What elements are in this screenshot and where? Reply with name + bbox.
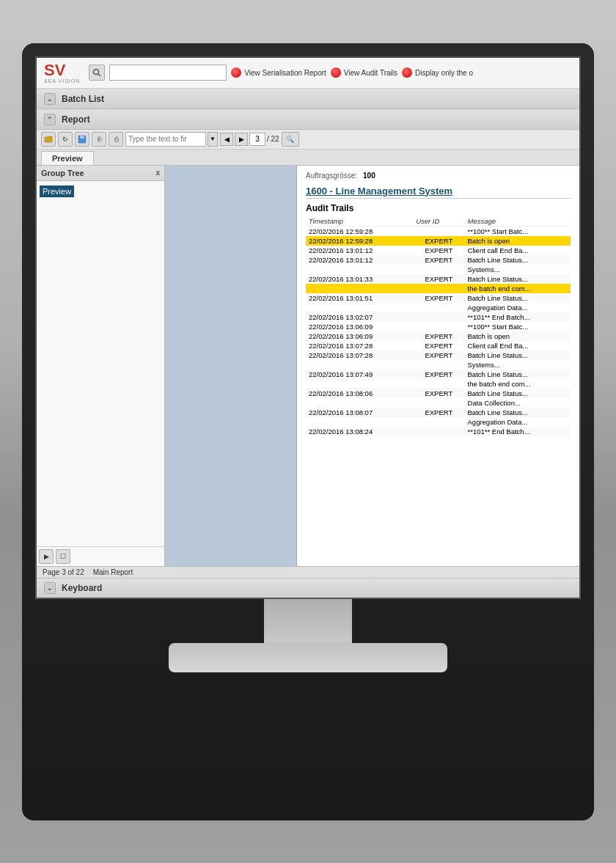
- tab-preview[interactable]: Preview: [41, 151, 94, 165]
- table-row: the batch end com...: [306, 379, 571, 389]
- view-audit-trails-label: View Audit Trails: [344, 69, 397, 77]
- group-tree-footer: ▶ ☐: [37, 546, 164, 566]
- table-row: 22/02/2016 12:59:28EXPERTBatch is open: [306, 236, 571, 246]
- page-nav: ◀ ▶ / 22: [220, 133, 279, 146]
- report-section: ⌃ Report ↻ ⎘ ⎙ ▼: [37, 109, 579, 578]
- table-row: Aggregation Data...: [306, 303, 571, 312]
- red-dot-1: [231, 67, 241, 78]
- table-row: 22/02/2016 13:08:06EXPERTBatch Line Stat…: [306, 389, 571, 398]
- tree-expand-btn[interactable]: ▶: [39, 549, 54, 564]
- table-row: Aggregation Data...: [306, 417, 571, 427]
- table-row: 22/02/2016 13:06:09**100** Start Batc...: [306, 322, 571, 331]
- audit-table: Timestamp User ID Message 22/02/2016 12:…: [306, 216, 571, 436]
- rpt-search-input[interactable]: [125, 132, 206, 147]
- svg-rect-3: [80, 136, 84, 139]
- rpt-save-btn[interactable]: [75, 132, 89, 147]
- keyboard-section: ⌄ Keyboard: [37, 578, 579, 598]
- table-row: 22/02/2016 13:02:07**101** End Batch...: [306, 312, 571, 322]
- table-row: Systems...: [306, 265, 571, 274]
- app-window: SV SEA VISION View Serialisation Report: [37, 58, 579, 598]
- table-row: 22/02/2016 13:01:51EXPERTBatch Line Stat…: [306, 293, 571, 303]
- auftrags-row: Auftragsgrösse: 100: [306, 172, 571, 180]
- keyboard-title: Keyboard: [62, 583, 102, 593]
- rpt-zoom-btn[interactable]: 🔍: [282, 132, 299, 147]
- search-icon-btn[interactable]: [89, 65, 105, 81]
- toolbar-search-input[interactable]: [109, 65, 227, 81]
- table-row: 22/02/2016 13:07:49EXPERTBatch Line Stat…: [306, 370, 571, 379]
- page-number-input[interactable]: [249, 133, 265, 146]
- rpt-export-btn[interactable]: ⎙: [109, 132, 123, 147]
- report-data-area: Auftragsgrösse: 100 1600 - Line Manageme…: [297, 166, 579, 566]
- toolbar-area: View Serialisation Report View Audit Tra…: [89, 65, 572, 81]
- tree-item-preview[interactable]: Preview: [40, 186, 74, 197]
- col-timestamp: Timestamp: [306, 216, 413, 227]
- report-preview-page: [165, 166, 297, 566]
- status-section: Main Report: [93, 568, 133, 576]
- tree-collapse-btn[interactable]: ☐: [56, 549, 70, 564]
- monitor: SV SEA VISION View Serialisation Report: [22, 43, 594, 820]
- table-row: 22/02/2016 13:08:24**101** End Batch...: [306, 427, 571, 436]
- page-prev-btn[interactable]: ◀: [220, 133, 233, 146]
- monitor-stand-base: [169, 643, 447, 672]
- col-message: Message: [465, 216, 571, 227]
- batch-list-section[interactable]: ⌄ Batch List: [37, 89, 579, 109]
- table-row: 22/02/2016 13:06:09EXPERTBatch is open: [306, 331, 571, 341]
- view-serialisation-label: View Serialisation Report: [244, 69, 326, 77]
- group-tree-close-btn[interactable]: x: [155, 169, 160, 177]
- table-row: 22/02/2016 13:08:07EXPERTBatch Line Stat…: [306, 408, 571, 417]
- status-page: Page 3 of 22: [43, 568, 84, 576]
- table-row: 22/02/2016 13:07:28EXPERTBatch Line Stat…: [306, 350, 571, 360]
- table-row: the batch end com...: [306, 284, 571, 293]
- report-toolbar: ↻ ⎘ ⎙ ▼ ◀ ▶ / 22: [37, 130, 579, 150]
- monitor-stand-neck: [264, 599, 352, 643]
- view-serialisation-btn[interactable]: View Serialisation Report: [231, 67, 326, 78]
- table-row: Systems...: [306, 360, 571, 370]
- logo-sv: SV: [44, 62, 65, 78]
- col-userid: User ID: [413, 216, 464, 227]
- batch-list-title: Batch List: [62, 94, 104, 104]
- report-section-header[interactable]: ⌃ Report: [37, 109, 579, 130]
- monitor-screen: SV SEA VISION View Serialisation Report: [35, 56, 581, 599]
- rpt-search-area: ▼: [125, 132, 218, 147]
- rpt-refresh-btn[interactable]: ↻: [58, 132, 73, 147]
- status-bar: Page 3 of 22 Main Report: [37, 566, 579, 578]
- table-row: Data Collection...: [306, 398, 571, 408]
- svg-point-0: [94, 70, 99, 75]
- display-only-label: Display only the o: [415, 69, 473, 77]
- svg-line-1: [98, 74, 100, 76]
- page-next-btn[interactable]: ▶: [235, 133, 248, 146]
- rpt-copy-btn[interactable]: ⎘: [92, 132, 106, 147]
- auftrags-value: 100: [363, 172, 375, 180]
- auftrags-label: Auftragsgrösse:: [306, 172, 357, 180]
- group-tree-header: Group Tree x: [37, 166, 164, 181]
- logo-area: SV SEA VISION: [44, 62, 80, 84]
- app-header: SV SEA VISION View Serialisation Report: [37, 58, 579, 89]
- audit-trails-title: Audit Trails: [306, 203, 571, 213]
- table-row: 22/02/2016 12:59:28**100** Start Batc...: [306, 226, 571, 236]
- view-audit-trails-btn[interactable]: View Audit Trails: [331, 67, 397, 78]
- group-tree-title: Group Tree: [41, 169, 84, 177]
- table-row: 22/02/2016 13:01:33EXPERTBatch Line Stat…: [306, 274, 571, 284]
- logo-v: V: [55, 61, 66, 79]
- report-main: Group Tree x Preview ▶ ☐: [37, 166, 579, 566]
- display-only-btn[interactable]: Display only the o: [402, 67, 473, 78]
- logo-subtitle: SEA VISION: [44, 78, 80, 84]
- report-section-title: Report: [62, 114, 90, 125]
- table-row: 22/02/2016 13:01:12EXPERTBatch Line Stat…: [306, 255, 571, 265]
- red-dot-3: [402, 67, 412, 78]
- page-total-label: / 22: [267, 135, 279, 143]
- preview-tab-bar: Preview: [37, 150, 579, 166]
- keyboard-chevron: ⌄: [44, 582, 56, 594]
- report-content: Auftragsgrösse: 100 1600 - Line Manageme…: [165, 166, 579, 566]
- table-row: 22/02/2016 13:07:28EXPERTClient call End…: [306, 341, 571, 350]
- batch-list-chevron: ⌄: [44, 93, 56, 105]
- group-tree-panel: Group Tree x Preview ▶ ☐: [37, 166, 165, 566]
- group-tree-content: Preview: [37, 181, 164, 546]
- rpt-search-dropdown-btn[interactable]: ▼: [208, 132, 218, 147]
- report-chevron: ⌃: [44, 114, 56, 125]
- table-row: 22/02/2016 13:01:12EXPERTClient call End…: [306, 246, 571, 255]
- report-heading: 1600 - Line Management System: [306, 186, 571, 199]
- red-dot-2: [331, 67, 341, 78]
- rpt-folder-btn[interactable]: [41, 132, 56, 147]
- logo-s: S: [44, 61, 55, 79]
